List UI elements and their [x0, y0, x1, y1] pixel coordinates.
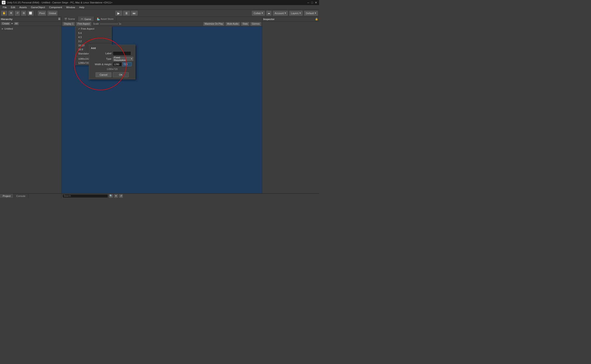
rotate-tool[interactable]: ↺	[15, 11, 20, 16]
hierarchy-resize-icon: ☰	[58, 18, 60, 20]
menu-window[interactable]: Window	[64, 6, 77, 9]
window-title: Unity 5.6.1f1 Personal (64bit) - Untitle…	[7, 1, 112, 4]
play-btn[interactable]: ▶	[115, 11, 122, 16]
right-toolbar: Collab ▾ ☁ Account ▾ Layers ▾ Default ▾	[252, 11, 318, 16]
wh-row: Width & Height	[91, 62, 133, 66]
hierarchy-header: Hierarchy ☰	[0, 17, 61, 21]
collab-dropdown-icon: ▾	[262, 12, 263, 15]
rect-tool[interactable]: ⬜	[27, 11, 34, 16]
pivot-btn[interactable]: Pivot	[38, 11, 46, 16]
assets-toolbar: 🔍 ▾ ↺	[62, 194, 319, 198]
menu-assets[interactable]: Assets	[18, 6, 29, 9]
hierarchy-content: ▶ Untitled	[0, 26, 61, 193]
hand-tool[interactable]: ✋	[1, 11, 7, 16]
scale-tool[interactable]: ⊞	[21, 11, 26, 16]
center-area: 🎬 Scene 🎮 Game 🏪 Asset Store Display 1 F…	[62, 17, 262, 193]
width-input[interactable]	[113, 62, 122, 66]
pause-btn[interactable]: ⏸	[123, 11, 130, 16]
store-tab-icon: 🏪	[97, 18, 100, 20]
type-field-label: Type	[91, 58, 111, 60]
collab-btn[interactable]: Collab ▾	[252, 11, 265, 16]
global-btn[interactable]: Global	[47, 11, 58, 16]
menu-help[interactable]: Help	[77, 6, 86, 9]
menu-component[interactable]: Component	[47, 6, 64, 9]
aspect-btn[interactable]: Free Aspect	[76, 22, 91, 26]
account-dropdown-icon: ▾	[285, 12, 286, 15]
scale-slider[interactable]	[100, 24, 118, 24]
hierarchy-panel: Hierarchy ☰ Create ▾ All ▶ Untitled	[0, 17, 62, 193]
type-value: Fixed Resolution	[114, 56, 131, 62]
hierarchy-create-btn[interactable]: Create	[1, 22, 11, 25]
game-tab-icon: 🎮	[81, 18, 84, 20]
layers-label: Layers	[291, 12, 299, 15]
move-tool[interactable]: ✥	[8, 11, 14, 16]
menu-gameobject[interactable]: GameObject	[29, 6, 47, 9]
hierarchy-title: Hierarchy	[1, 18, 13, 20]
collab-label: Collab	[254, 12, 261, 15]
layout-dropdown-icon: ▾	[315, 12, 316, 15]
dialog-btns: Cancel OK	[91, 72, 133, 77]
maximize-on-play-btn[interactable]: Maximize On Play	[203, 22, 225, 26]
assets-search-input[interactable]	[62, 194, 108, 198]
layout-btn[interactable]: Default ▾	[304, 11, 318, 16]
step-btn[interactable]: ⏭	[131, 11, 138, 16]
mute-audio-btn[interactable]: Mute Audio	[225, 22, 240, 26]
account-btn[interactable]: Account ▾	[273, 11, 288, 16]
toolbar: ✋ ✥ ↺ ⊞ ⬜ Pivot Global ▶ ⏸ ⏭ Collab ▾ ☁ …	[0, 10, 319, 17]
inspector-lock-icon: 🔒	[315, 18, 318, 20]
gizmos-btn[interactable]: Gizmos	[250, 22, 261, 26]
aspect-5-4[interactable]: 5:4	[75, 31, 111, 35]
dialog-dims: 1280x720	[91, 68, 133, 71]
minimize-btn[interactable]: ─	[307, 1, 309, 4]
aspect-4-3[interactable]: 4:3	[75, 35, 111, 39]
scene-tab-icon: 🎬	[64, 18, 67, 20]
menu-edit[interactable]: Edit	[9, 6, 17, 9]
aspect-free[interactable]: Free Aspect	[75, 27, 111, 31]
play-controls: ▶ ⏸ ⏭	[115, 11, 138, 16]
layout-label: Default	[306, 12, 314, 15]
assets-refresh-icon[interactable]: ↺	[119, 194, 123, 198]
display-btn[interactable]: Display 1	[62, 22, 75, 26]
wh-inputs	[113, 62, 131, 66]
cancel-button[interactable]: Cancel	[96, 72, 111, 77]
add-dialog: Add Label Type Fixed Resolution Width & …	[89, 45, 135, 79]
title-bar-left: U Unity 5.6.1f1 Personal (64bit) - Untit…	[2, 1, 112, 4]
hierarchy-scene-item[interactable]: ▶ Untitled	[1, 27, 60, 31]
triangle-icon: ▶	[2, 28, 3, 30]
layers-btn[interactable]: Layers ▾	[289, 11, 303, 16]
hierarchy-all-btn[interactable]: All	[14, 22, 19, 25]
tabs-bar: 🎬 Scene 🎮 Game 🏪 Asset Store	[62, 17, 262, 21]
main-layout: Hierarchy ☰ Create ▾ All ▶ Untitled 🎬 Sc…	[0, 17, 319, 193]
game-toolbar: Display 1 Free Aspect Scale 1x Maximize …	[62, 21, 262, 26]
wh-label: Width & Height	[91, 63, 111, 66]
stats-btn[interactable]: Stats	[241, 22, 249, 26]
account-label: Account	[275, 12, 284, 15]
assets-search-icon[interactable]: 🔍	[109, 194, 113, 198]
hierarchy-separator: ▾	[11, 22, 13, 25]
bottom-main-panel: 🔍 ▾ ↺ This folder is empty	[62, 194, 319, 198]
cloud-btn[interactable]: ☁	[266, 11, 272, 16]
store-tab-label: Asset Store	[101, 18, 113, 20]
tab-scene[interactable]: 🎬 Scene	[62, 17, 78, 21]
tab-game[interactable]: 🎮 Game	[78, 17, 94, 21]
game-viewport: Free Aspect 5:4 4:3 3:2 16:10 16:9 Stand…	[62, 26, 262, 193]
maximize-btn[interactable]: □	[311, 1, 313, 4]
window-controls[interactable]: ─ □ ✕	[307, 1, 317, 4]
height-input[interactable]	[122, 62, 131, 66]
console-tab[interactable]: Console	[13, 194, 28, 198]
label-input[interactable]	[113, 51, 131, 55]
menu-file[interactable]: File	[1, 6, 9, 9]
tab-asset-store[interactable]: 🏪 Asset Store	[94, 17, 117, 21]
type-select[interactable]: Fixed Resolution	[113, 57, 133, 61]
menu-bar: File Edit Assets GameObject Component Wi…	[0, 5, 319, 10]
layers-dropdown-icon: ▾	[299, 12, 301, 15]
inspector-header: Inspector 🔒	[262, 17, 319, 21]
close-btn[interactable]: ✕	[315, 1, 317, 4]
assets-filter-icon[interactable]: ▾	[114, 194, 118, 198]
aspect-3-2[interactable]: 3:2	[75, 39, 111, 43]
ok-button[interactable]: OK	[113, 72, 129, 77]
hierarchy-toolbar: Create ▾ All	[0, 21, 61, 26]
project-tab[interactable]: Project	[0, 194, 13, 198]
scene-name: Untitled	[4, 27, 13, 30]
type-row: Type Fixed Resolution	[91, 57, 133, 61]
